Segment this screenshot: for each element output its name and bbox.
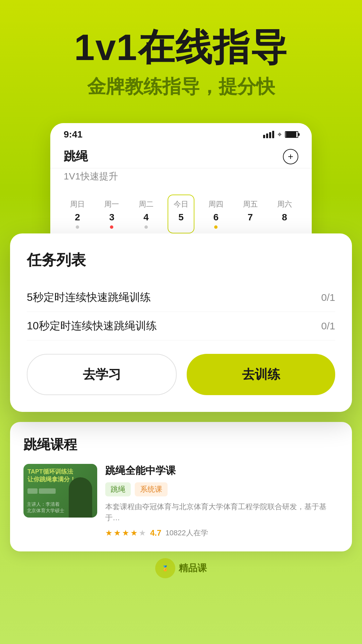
day-today[interactable]: 今日 5	[168, 195, 194, 233]
course-section: 跳绳课程 TAPT循环训练法让你跳绳拿满分！ 主讲人：李清着北京体育大学硕士 跳…	[10, 422, 352, 551]
task-item-2: 10秒定时连续快速跳绳训练 0/1	[27, 312, 335, 340]
signal-bar-4	[272, 131, 274, 138]
tag-jumprope: 跳绳	[105, 482, 131, 496]
app-subtitle: 1V1快速提升	[50, 168, 312, 188]
go-study-button[interactable]: 去学习	[27, 354, 177, 395]
rating-stars: ★ ★ ★ ★ ★	[105, 528, 146, 538]
day-label-tue: 周二	[139, 199, 154, 209]
course-section-title: 跳绳课程	[23, 435, 339, 454]
app-header: 跳绳 +	[50, 143, 312, 168]
day-number-mon: 3	[109, 212, 115, 223]
modal-card: 任务列表 5秒定时连续快速跳绳训练 0/1 10秒定时连续快速跳绳训练 0/1 …	[10, 233, 352, 412]
tag-system: 系统课	[135, 482, 168, 496]
day-number-sat: 8	[282, 212, 287, 223]
course-meta: ★ ★ ★ ★ ★ 4.7 10822人在学	[105, 528, 339, 538]
calendar-week: 周日 2 周一 3 周二 4 今日 5 周四 6 周五 7	[50, 188, 312, 240]
wifi-icon: ⌖	[278, 130, 282, 139]
teacher-label: 主讲人：李清着北京体育大学硕士	[27, 501, 64, 514]
status-time: 9:41	[64, 129, 82, 140]
day-dot-sat	[283, 225, 286, 229]
day-sunday[interactable]: 周日 2	[65, 195, 90, 233]
hero-title: 1v1在线指导	[20, 27, 342, 67]
star-4: ★	[130, 528, 138, 538]
day-label-sun: 周日	[70, 199, 85, 209]
day-dot-thu	[214, 225, 218, 229]
day-friday[interactable]: 周五 7	[238, 195, 263, 233]
course-image: TAPT循环训练法让你跳绳拿满分！ 主讲人：李清着北京体育大学硕士	[23, 464, 97, 518]
task-progress-2: 0/1	[321, 320, 335, 332]
day-dot-sun	[76, 225, 79, 229]
modal-overlay: 任务列表 5秒定时连续快速跳绳训练 0/1 10秒定时连续快速跳绳训练 0/1 …	[10, 233, 352, 412]
hero-subtitle: 金牌教练指导，提分快	[20, 74, 342, 100]
day-dot-today	[179, 225, 183, 229]
course-info: 跳绳全能中学课 跳绳 系统课 本套课程由夺冠体育与北京体育大学体育工程学院联合研…	[105, 464, 339, 538]
day-label-fri: 周五	[243, 199, 258, 209]
day-number-fri: 7	[248, 212, 253, 223]
day-saturday[interactable]: 周六 8	[272, 195, 297, 233]
day-dot-fri	[249, 225, 252, 229]
day-number-today: 5	[178, 212, 184, 223]
status-bar: 9:41 ⌖	[50, 123, 312, 143]
signal-bars-icon	[263, 131, 274, 138]
day-label-mon: 周一	[104, 199, 119, 209]
day-thursday[interactable]: 周四 6	[203, 195, 229, 233]
student-count: 10822人在学	[165, 528, 208, 538]
course-desc: 本套课程由夺冠体育与北京体育大学体育工程学院联合研发，基于基于…	[105, 501, 339, 523]
task-progress-1: 0/1	[321, 292, 335, 303]
day-number-sun: 2	[75, 212, 80, 223]
signal-bar-1	[263, 135, 265, 138]
phone-mockup: 9:41 ⌖ 跳绳 + 1V1快速提升 周日 2 周一 3	[50, 123, 312, 240]
rating-value: 4.7	[150, 528, 161, 538]
star-2: ★	[114, 528, 121, 538]
day-label-thu: 周四	[208, 199, 223, 209]
battery-fill	[286, 132, 296, 137]
status-icons: ⌖	[263, 130, 298, 139]
course-name: 跳绳全能中学课	[105, 464, 339, 478]
day-dot-mon	[110, 225, 113, 229]
add-button[interactable]: +	[283, 149, 298, 164]
day-label-today: 今日	[174, 199, 188, 209]
signal-bar-3	[269, 132, 271, 138]
day-monday[interactable]: 周一 3	[99, 195, 124, 233]
star-1: ★	[105, 528, 113, 538]
task-name-2: 10秒定时连续快速跳绳训练	[27, 319, 157, 333]
premium-badge: 🏅 精品课	[0, 551, 362, 585]
hero-section: 1v1在线指导 金牌教练指导，提分快	[0, 0, 362, 113]
modal-title: 任务列表	[27, 250, 335, 270]
day-number-thu: 6	[213, 212, 219, 223]
app-title: 跳绳	[64, 148, 88, 165]
day-label-sat: 周六	[277, 199, 292, 209]
premium-icon: 🏅	[162, 565, 169, 572]
battery-icon	[285, 131, 298, 138]
go-train-button[interactable]: 去训练	[187, 354, 335, 395]
day-number-tue: 4	[143, 212, 149, 223]
task-item-1: 5秒定时连续快速跳绳训练 0/1	[27, 283, 335, 312]
course-card[interactable]: TAPT循环训练法让你跳绳拿满分！ 主讲人：李清着北京体育大学硕士 跳绳全能中学…	[23, 464, 339, 538]
premium-badge-circle: 🏅	[155, 558, 175, 578]
star-3: ★	[122, 528, 129, 538]
task-name-1: 5秒定时连续快速跳绳训练	[27, 290, 151, 305]
signal-bar-2	[266, 133, 268, 138]
star-5: ★	[139, 528, 146, 538]
day-tuesday[interactable]: 周二 4	[133, 195, 159, 233]
modal-actions: 去学习 去训练	[27, 354, 335, 395]
teacher-silhouette	[69, 477, 92, 518]
premium-label: 精品课	[179, 562, 207, 575]
day-dot-tue	[144, 225, 148, 229]
course-tags: 跳绳 系统课	[105, 482, 339, 496]
